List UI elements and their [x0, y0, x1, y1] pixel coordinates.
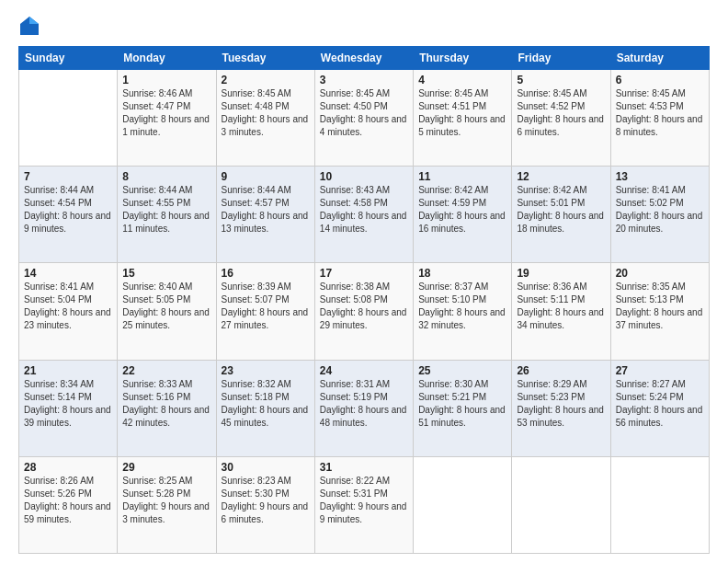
day-detail: Sunrise: 8:34 AMSunset: 5:14 PMDaylight:…: [24, 378, 112, 430]
day-detail: Sunrise: 8:23 AMSunset: 5:30 PMDaylight:…: [222, 475, 310, 526]
day-detail: Sunrise: 8:43 AMSunset: 4:58 PMDaylight:…: [320, 184, 408, 236]
day-number: 17: [320, 267, 408, 280]
day-cell: [414, 456, 512, 553]
day-number: 6: [616, 74, 704, 86]
week-row-2: 14Sunrise: 8:41 AMSunset: 5:04 PMDayligh…: [19, 263, 710, 360]
day-number: 14: [24, 267, 112, 280]
day-cell: 10Sunrise: 8:43 AMSunset: 4:58 PMDayligh…: [314, 167, 413, 263]
day-cell: 15Sunrise: 8:40 AMSunset: 5:05 PMDayligh…: [118, 263, 216, 360]
page: SundayMondayTuesdayWednesdayThursdayFrid…: [0, 0, 728, 563]
weekday-thursday: Thursday: [414, 47, 512, 70]
day-detail: Sunrise: 8:44 AMSunset: 4:54 PMDaylight:…: [24, 184, 112, 236]
day-detail: Sunrise: 8:33 AMSunset: 5:16 PMDaylight:…: [122, 378, 210, 430]
day-detail: Sunrise: 8:41 AMSunset: 5:02 PMDaylight:…: [616, 184, 704, 236]
day-number: 28: [24, 461, 112, 474]
day-detail: Sunrise: 8:46 AMSunset: 4:47 PMDaylight:…: [122, 87, 210, 139]
day-number: 22: [122, 364, 210, 377]
day-detail: Sunrise: 8:38 AMSunset: 5:08 PMDaylight:…: [320, 281, 408, 332]
day-number: 19: [517, 267, 605, 280]
day-cell: 13Sunrise: 8:41 AMSunset: 5:02 PMDayligh…: [610, 167, 709, 263]
day-number: 21: [24, 364, 112, 377]
header: [18, 15, 710, 37]
day-cell: 26Sunrise: 8:29 AMSunset: 5:23 PMDayligh…: [512, 360, 610, 456]
day-cell: 19Sunrise: 8:36 AMSunset: 5:11 PMDayligh…: [512, 263, 610, 360]
day-cell: 31Sunrise: 8:22 AMSunset: 5:31 PMDayligh…: [314, 456, 413, 553]
day-cell: 14Sunrise: 8:41 AMSunset: 5:04 PMDayligh…: [19, 263, 118, 360]
day-detail: Sunrise: 8:45 AMSunset: 4:53 PMDaylight:…: [616, 87, 704, 139]
day-cell: 8Sunrise: 8:44 AMSunset: 4:55 PMDaylight…: [118, 167, 216, 263]
weekday-tuesday: Tuesday: [216, 47, 314, 70]
day-cell: 6Sunrise: 8:45 AMSunset: 4:53 PMDaylight…: [610, 70, 709, 167]
day-number: 25: [418, 364, 506, 377]
day-detail: Sunrise: 8:36 AMSunset: 5:11 PMDaylight:…: [517, 281, 605, 332]
day-cell: [610, 456, 709, 553]
logo: [18, 15, 44, 37]
day-number: 7: [24, 170, 112, 183]
day-detail: Sunrise: 8:26 AMSunset: 5:26 PMDaylight:…: [24, 475, 112, 526]
week-row-3: 21Sunrise: 8:34 AMSunset: 5:14 PMDayligh…: [19, 360, 710, 456]
day-detail: Sunrise: 8:27 AMSunset: 5:24 PMDaylight:…: [616, 378, 704, 430]
day-number: 15: [122, 267, 210, 280]
weekday-sunday: Sunday: [19, 47, 118, 70]
logo-icon: [18, 15, 40, 37]
day-cell: 1Sunrise: 8:46 AMSunset: 4:47 PMDaylight…: [118, 70, 216, 167]
day-cell: 7Sunrise: 8:44 AMSunset: 4:54 PMDaylight…: [19, 167, 118, 263]
day-number: 31: [320, 461, 408, 474]
day-number: 11: [418, 170, 506, 183]
day-detail: Sunrise: 8:44 AMSunset: 4:57 PMDaylight:…: [222, 184, 310, 236]
day-detail: Sunrise: 8:42 AMSunset: 5:01 PMDaylight:…: [517, 184, 605, 236]
day-detail: Sunrise: 8:39 AMSunset: 5:07 PMDaylight:…: [222, 281, 310, 332]
day-number: 8: [122, 170, 210, 183]
week-row-1: 7Sunrise: 8:44 AMSunset: 4:54 PMDaylight…: [19, 167, 710, 263]
day-number: 2: [222, 74, 310, 86]
day-number: 16: [222, 267, 310, 280]
day-number: 10: [320, 170, 408, 183]
day-cell: 28Sunrise: 8:26 AMSunset: 5:26 PMDayligh…: [19, 456, 118, 553]
day-cell: 9Sunrise: 8:44 AMSunset: 4:57 PMDaylight…: [216, 167, 314, 263]
day-cell: 3Sunrise: 8:45 AMSunset: 4:50 PMDaylight…: [314, 70, 413, 167]
day-detail: Sunrise: 8:45 AMSunset: 4:50 PMDaylight:…: [320, 87, 408, 139]
day-cell: 16Sunrise: 8:39 AMSunset: 5:07 PMDayligh…: [216, 263, 314, 360]
day-cell: 24Sunrise: 8:31 AMSunset: 5:19 PMDayligh…: [314, 360, 413, 456]
day-cell: 17Sunrise: 8:38 AMSunset: 5:08 PMDayligh…: [314, 263, 413, 360]
day-number: 24: [320, 364, 408, 377]
day-number: 3: [320, 74, 408, 86]
day-detail: Sunrise: 8:31 AMSunset: 5:19 PMDaylight:…: [320, 378, 408, 430]
day-cell: 22Sunrise: 8:33 AMSunset: 5:16 PMDayligh…: [118, 360, 216, 456]
day-detail: Sunrise: 8:25 AMSunset: 5:28 PMDaylight:…: [122, 475, 210, 526]
weekday-wednesday: Wednesday: [314, 47, 413, 70]
day-detail: Sunrise: 8:45 AMSunset: 4:51 PMDaylight:…: [418, 87, 506, 139]
week-row-4: 28Sunrise: 8:26 AMSunset: 5:26 PMDayligh…: [19, 456, 710, 553]
weekday-header-row: SundayMondayTuesdayWednesdayThursdayFrid…: [19, 47, 710, 70]
day-number: 13: [616, 170, 704, 183]
day-number: 9: [222, 170, 310, 183]
day-number: 18: [418, 267, 506, 280]
day-number: 12: [517, 170, 605, 183]
day-cell: [512, 456, 610, 553]
day-detail: Sunrise: 8:41 AMSunset: 5:04 PMDaylight:…: [24, 281, 112, 332]
day-number: 26: [517, 364, 605, 377]
day-cell: 27Sunrise: 8:27 AMSunset: 5:24 PMDayligh…: [610, 360, 709, 456]
day-detail: Sunrise: 8:30 AMSunset: 5:21 PMDaylight:…: [418, 378, 506, 430]
svg-marker-1: [29, 17, 39, 24]
day-cell: 4Sunrise: 8:45 AMSunset: 4:51 PMDaylight…: [414, 70, 512, 167]
day-cell: 25Sunrise: 8:30 AMSunset: 5:21 PMDayligh…: [414, 360, 512, 456]
day-detail: Sunrise: 8:44 AMSunset: 4:55 PMDaylight:…: [122, 184, 210, 236]
day-detail: Sunrise: 8:35 AMSunset: 5:13 PMDaylight:…: [616, 281, 704, 332]
day-detail: Sunrise: 8:29 AMSunset: 5:23 PMDaylight:…: [517, 378, 605, 430]
day-detail: Sunrise: 8:22 AMSunset: 5:31 PMDaylight:…: [320, 475, 408, 526]
calendar-table: SundayMondayTuesdayWednesdayThursdayFrid…: [18, 46, 710, 554]
week-row-0: 1Sunrise: 8:46 AMSunset: 4:47 PMDaylight…: [19, 70, 710, 167]
day-cell: 12Sunrise: 8:42 AMSunset: 5:01 PMDayligh…: [512, 167, 610, 263]
day-number: 30: [222, 461, 310, 474]
day-number: 20: [616, 267, 704, 280]
day-detail: Sunrise: 8:37 AMSunset: 5:10 PMDaylight:…: [418, 281, 506, 332]
day-detail: Sunrise: 8:42 AMSunset: 4:59 PMDaylight:…: [418, 184, 506, 236]
day-cell: 21Sunrise: 8:34 AMSunset: 5:14 PMDayligh…: [19, 360, 118, 456]
day-detail: Sunrise: 8:45 AMSunset: 4:52 PMDaylight:…: [517, 87, 605, 139]
day-number: 27: [616, 364, 704, 377]
day-detail: Sunrise: 8:45 AMSunset: 4:48 PMDaylight:…: [222, 87, 310, 139]
weekday-monday: Monday: [118, 47, 216, 70]
weekday-friday: Friday: [512, 47, 610, 70]
day-cell: 20Sunrise: 8:35 AMSunset: 5:13 PMDayligh…: [610, 263, 709, 360]
